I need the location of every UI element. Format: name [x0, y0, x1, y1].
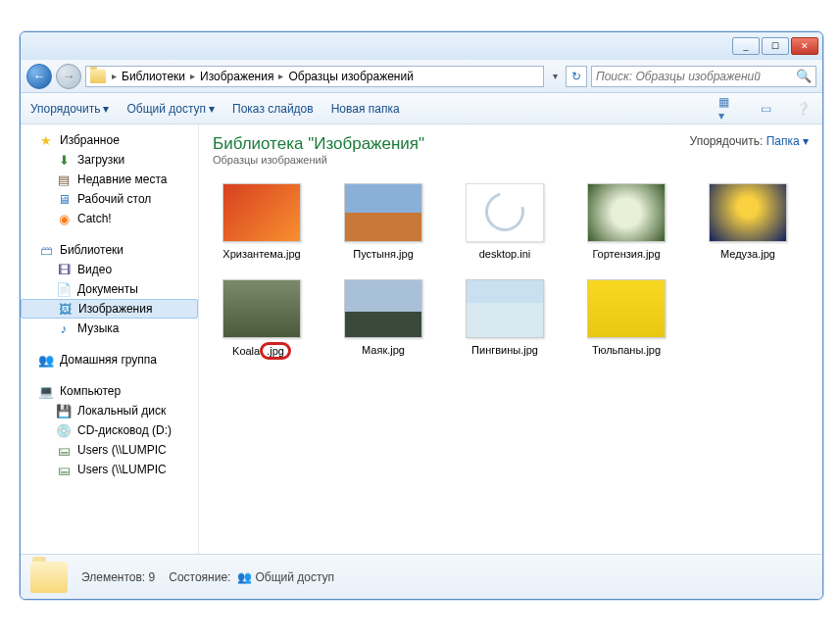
- homegroup-icon: 👥: [38, 352, 54, 368]
- file-label: Гортензия.jpg: [577, 248, 675, 260]
- explorer-window: _ ☐ ✕ ← → ▸ Библиотеки ▸ Изображения ▸ О…: [20, 31, 823, 600]
- close-button[interactable]: ✕: [791, 37, 818, 55]
- image-thumbnail: [587, 279, 666, 338]
- image-thumbnail: [466, 279, 544, 338]
- image-thumbnail: [344, 183, 422, 242]
- breadcrumb-sep: ▸: [188, 71, 197, 81]
- sidebar-network-drive-1[interactable]: 🖴Users (\\LUMPIC: [21, 440, 198, 460]
- image-thumbnail: [709, 183, 787, 242]
- file-item[interactable]: Гортензия.jpg: [577, 183, 675, 260]
- sidebar-favorites[interactable]: ★Избранное: [21, 130, 198, 150]
- maximize-icon: ☐: [771, 41, 779, 51]
- view-options-button[interactable]: ▦ ▾: [718, 99, 738, 119]
- search-icon[interactable]: 🔍: [796, 69, 812, 83]
- file-label: Маяк.jpg: [334, 344, 432, 356]
- minimize-button[interactable]: _: [732, 37, 760, 55]
- back-button[interactable]: ←: [26, 64, 52, 89]
- breadcrumb-sep: ▸: [276, 71, 285, 81]
- file-label: Пингвины.jpg: [456, 344, 554, 356]
- sidebar-documents[interactable]: 📄Документы: [21, 279, 198, 299]
- network-drive-icon: 🖴: [56, 442, 72, 458]
- content-pane: Библиотека "Изображения" Образцы изображ…: [199, 124, 822, 554]
- image-thumbnail: [222, 279, 301, 338]
- file-item[interactable]: Пустыня.jpg: [334, 183, 432, 260]
- catch-icon: ◉: [56, 211, 72, 226]
- organize-menu[interactable]: Упорядочить ▾: [30, 102, 109, 116]
- sidebar-downloads[interactable]: ⬇Загрузки: [21, 150, 198, 170]
- file-item[interactable]: desktop.ini: [456, 183, 554, 260]
- new-folder-button[interactable]: Новая папка: [331, 102, 400, 116]
- file-label: Тюльпаны.jpg: [577, 344, 675, 356]
- sidebar-recent[interactable]: ▤Недавние места: [21, 170, 198, 189]
- forward-button[interactable]: →: [56, 64, 81, 89]
- search-box[interactable]: 🔍: [591, 66, 816, 87]
- minimize-icon: _: [743, 41, 748, 51]
- disk-icon: 💾: [56, 403, 72, 418]
- status-folder-icon: [30, 562, 68, 593]
- file-item[interactable]: Хризантема.jpg: [213, 183, 311, 260]
- status-bar: Элементов: 9 Состояние: 👥 Общий доступ: [21, 554, 822, 599]
- folder-icon: [90, 70, 106, 83]
- sidebar-computer[interactable]: 💻Компьютер: [21, 381, 198, 401]
- file-label: Пустыня.jpg: [334, 248, 432, 260]
- breadcrumb[interactable]: ▸ Библиотеки ▸ Изображения ▸ Образцы изо…: [85, 66, 544, 87]
- sidebar-local-disk[interactable]: 💾Локальный диск: [21, 401, 198, 420]
- pictures-icon: 🖼: [57, 301, 73, 317]
- image-thumbnail: [222, 183, 301, 242]
- file-item[interactable]: Медуза.jpg: [699, 183, 797, 260]
- maximize-button[interactable]: ☐: [762, 37, 789, 55]
- sidebar-cd-drive[interactable]: 💿CD-дисковод (D:): [21, 420, 198, 440]
- downloads-icon: ⬇: [56, 152, 72, 168]
- sidebar-music[interactable]: ♪Музыка: [21, 319, 198, 338]
- file-item[interactable]: Пингвины.jpg: [456, 279, 554, 360]
- sidebar-catch[interactable]: ◉Catch!: [21, 209, 198, 228]
- favorites-group: ★Избранное ⬇Загрузки ▤Недавние места 🖥Ра…: [21, 130, 198, 228]
- refresh-button[interactable]: ↻: [566, 66, 587, 87]
- computer-icon: 💻: [38, 383, 54, 399]
- search-input[interactable]: [596, 70, 796, 83]
- titlebar: _ ☐ ✕: [21, 32, 822, 60]
- chevron-down-icon: ▾: [209, 102, 215, 116]
- file-item[interactable]: Тюльпаны.jpg: [577, 279, 675, 360]
- sidebar-desktop[interactable]: 🖥Рабочий стол: [21, 189, 198, 209]
- ini-file-icon: [466, 183, 544, 242]
- preview-pane-button[interactable]: ▭: [756, 99, 775, 119]
- sidebar-pictures[interactable]: 🖼Изображения: [21, 299, 198, 319]
- libraries-group: 🗃Библиотеки 🎞Видео 📄Документы 🖼Изображен…: [21, 240, 198, 338]
- breadcrumb-item[interactable]: Образцы изображений: [285, 70, 416, 83]
- breadcrumb-item[interactable]: Изображения: [197, 70, 276, 83]
- close-icon: ✕: [801, 41, 809, 51]
- refresh-icon: ↻: [571, 70, 581, 83]
- computer-group: 💻Компьютер 💾Локальный диск 💿CD-дисковод …: [21, 381, 198, 479]
- help-button[interactable]: ❔: [793, 99, 813, 119]
- recent-icon: ▤: [56, 172, 72, 187]
- cd-icon: 💿: [56, 422, 72, 438]
- library-title: Библиотека "Изображения": [213, 134, 424, 154]
- sidebar-homegroup[interactable]: 👥Домашняя группа: [21, 350, 198, 369]
- breadcrumb-item[interactable]: Библиотеки: [119, 70, 188, 83]
- libraries-icon: 🗃: [38, 242, 54, 258]
- highlighted-extension: .jpg: [260, 342, 291, 360]
- slideshow-button[interactable]: Показ слайдов: [232, 102, 314, 116]
- arrange-dropdown[interactable]: Папка ▾: [766, 134, 809, 148]
- image-thumbnail: [344, 279, 422, 338]
- sidebar-libraries[interactable]: 🗃Библиотеки: [21, 240, 198, 260]
- star-icon: ★: [38, 132, 54, 148]
- sidebar-network-drive-2[interactable]: 🖴Users (\\LUMPIC: [21, 460, 198, 479]
- dropdown-chevron-icon[interactable]: ▾: [548, 71, 562, 81]
- toolbar: Упорядочить ▾ Общий доступ ▾ Показ слайд…: [21, 93, 822, 124]
- library-subtitle: Образцы изображений: [213, 154, 424, 166]
- image-thumbnail: [587, 183, 666, 242]
- music-icon: ♪: [56, 320, 72, 336]
- sidebar-videos[interactable]: 🎞Видео: [21, 260, 198, 279]
- desktop-icon: 🖥: [56, 191, 72, 207]
- document-icon: 📄: [56, 281, 72, 297]
- file-item[interactable]: Koala.jpg: [213, 279, 311, 360]
- library-header: Библиотека "Изображения" Образцы изображ…: [213, 134, 809, 166]
- navigation-pane[interactable]: ★Избранное ⬇Загрузки ▤Недавние места 🖥Ра…: [21, 124, 199, 554]
- network-drive-icon: 🖴: [56, 462, 72, 477]
- share-state: Состояние: 👥 Общий доступ: [169, 570, 334, 584]
- body-area: ★Избранное ⬇Загрузки ▤Недавние места 🖥Ра…: [21, 124, 822, 554]
- file-item[interactable]: Маяк.jpg: [334, 279, 432, 360]
- share-menu[interactable]: Общий доступ ▾: [126, 102, 215, 116]
